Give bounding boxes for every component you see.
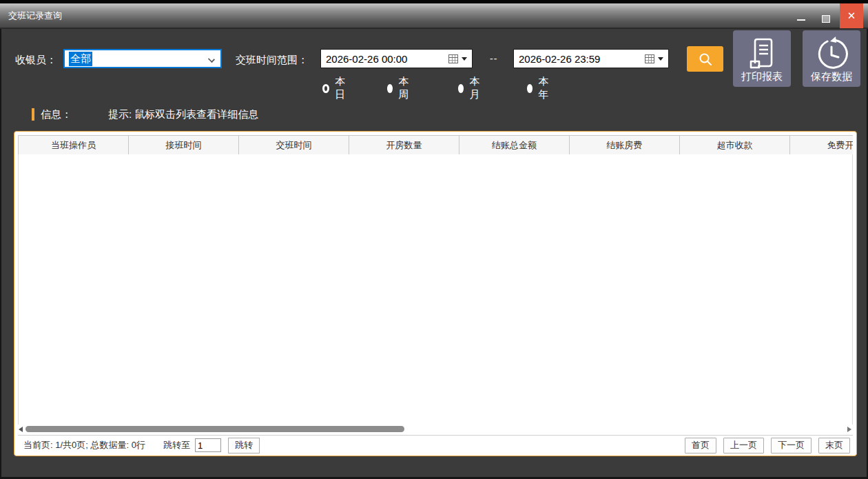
scroll-left-icon[interactable] [19,427,23,432]
horizontal-scrollbar[interactable] [18,425,853,435]
jump-button[interactable]: 跳转 [228,438,260,453]
column-header-free-rooms[interactable]: 免费开房 [790,136,853,154]
printer-icon [747,36,777,72]
save-data-label: 保存数据 [811,70,852,83]
radio-week-label: 本周 [398,75,412,101]
radio-today-label: 本日 [335,75,347,101]
calendar-dropdown-icon[interactable] [462,57,467,61]
column-header-store-income[interactable]: 超市收款 [680,136,790,154]
prev-page-button[interactable]: 上一页 [723,438,764,453]
info-label: 信息： [41,108,72,121]
date-to-input[interactable]: 2026-02-26 23:59 [513,49,669,68]
print-report-label: 打印报表 [741,70,783,83]
jump-page-input[interactable] [195,438,221,452]
close-button[interactable]: ✕ [840,3,863,28]
first-page-button[interactable]: 首页 [685,438,716,453]
column-header-total-amount[interactable]: 结账总金额 [459,136,570,154]
jump-to-label: 跳转至 [163,439,190,451]
range-label: 交班时间范围： [236,54,308,67]
search-button[interactable] [687,46,723,72]
cashier-label: 收银员： [15,54,56,67]
app-window: 交班记录查询 ✕ 收银员： 全部 交班时间范围： 2026-02-26 00:0… [0,0,868,479]
results-panel: 当班操作员 接班时间 交班时间 开房数量 结账总金额 结账房费 超市收款 免费开… [14,131,857,456]
info-accent-bar [32,108,34,121]
date-to-value: 2026-02-26 23:59 [519,53,645,65]
search-icon [698,52,713,67]
calendar-dropdown-icon[interactable] [658,57,663,61]
radio-icon [387,84,393,93]
minimize-icon[interactable] [797,19,805,21]
radio-this-year[interactable]: 本年 [527,75,552,101]
radio-this-week[interactable]: 本周 [387,75,412,101]
pagination-bar: 当前页: 1/共0页; 总数据量: 0行 跳转至 跳转 首页 上一页 下一页 末… [18,435,853,455]
radio-month-label: 本月 [469,75,483,101]
page-summary: 当前页: 1/共0页; 总数据量: 0行 [23,439,145,451]
scroll-right-icon[interactable] [847,427,851,432]
radio-selected-icon [322,84,329,93]
info-tip: 提示: 鼠标双击列表查看详细信息 [108,108,258,121]
titlebar: 交班记录查询 ✕ [0,0,868,29]
cashier-selected-value: 全部 [69,52,92,66]
scrollbar-thumb[interactable] [25,426,404,432]
table-body-empty[interactable] [18,154,853,425]
close-icon: ✕ [847,10,856,21]
column-header-rooms-opened[interactable]: 开房数量 [349,136,459,154]
date-from-input[interactable]: 2026-02-26 00:00 [320,49,473,68]
date-separator: -- [490,53,497,64]
table-header-row: 当班操作员 接班时间 交班时间 开房数量 结账总金额 结账房费 超市收款 免费开… [18,135,853,154]
next-page-button[interactable]: 下一页 [771,438,812,453]
radio-year-label: 本年 [538,75,552,101]
last-page-button[interactable]: 末页 [818,438,850,453]
column-header-room-fee[interactable]: 结账房费 [570,136,680,154]
history-clock-icon [814,36,849,72]
radio-icon [527,84,533,93]
radio-today[interactable]: 本日 [322,75,347,101]
radio-icon [458,84,464,93]
calendar-icon [448,54,458,63]
maximize-icon[interactable] [822,15,830,23]
cashier-select[interactable]: 全部 [63,49,222,68]
radio-this-month[interactable]: 本月 [458,75,483,101]
column-header-shift-start[interactable]: 接班时间 [129,136,239,154]
column-header-shift-end[interactable]: 交班时间 [239,136,349,154]
calendar-icon [645,54,654,63]
chevron-down-icon [208,56,215,63]
date-from-value: 2026-02-26 00:00 [326,53,448,65]
save-data-button[interactable]: 保存数据 [803,30,860,87]
column-header-operator[interactable]: 当班操作员 [19,136,129,154]
window-title: 交班记录查询 [8,10,62,22]
print-report-button[interactable]: 打印报表 [733,30,791,87]
